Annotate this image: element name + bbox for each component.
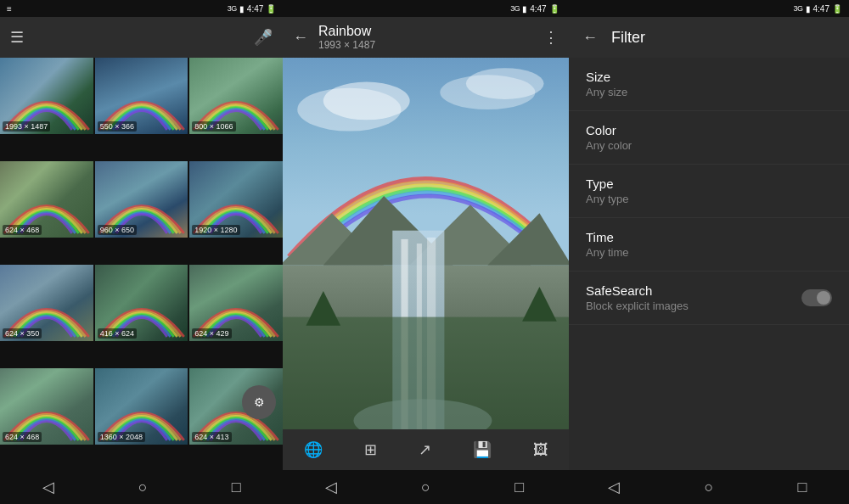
- nav-bar-mid: ◁ ○ □: [283, 470, 565, 504]
- back-nav-mid[interactable]: ◁: [318, 474, 344, 500]
- search-header: ☰ rainbow 🎤: [0, 17, 283, 58]
- recent-nav-left[interactable]: □: [225, 475, 248, 500]
- signal-mid: 3G: [510, 4, 520, 13]
- filter-value-safesearch: Block explicit images: [586, 300, 689, 312]
- svg-point-4: [466, 68, 544, 99]
- status-bar-left: ≡ 3G ▮ 4:47 🔋: [0, 0, 283, 17]
- save-icon[interactable]: 💾: [473, 440, 492, 459]
- filter-item-safesearch[interactable]: SafeSearch Block explicit images: [569, 272, 849, 325]
- home-nav-right[interactable]: ○: [697, 475, 720, 500]
- grid-item-6[interactable]: 1920 × 1280: [189, 161, 283, 238]
- notification-icon: ≡: [7, 4, 12, 14]
- detail-title: Rainbow: [318, 24, 533, 39]
- time-left: 4:47: [247, 4, 263, 14]
- filter-list: Size Any sizeColor Any colorType Any typ…: [569, 58, 849, 470]
- filter-item-type[interactable]: Type Any type: [569, 165, 849, 218]
- filter-value-type: Any type: [586, 193, 832, 205]
- grid-item-5[interactable]: 960 × 650: [95, 161, 188, 238]
- search-panel: ☰ rainbow 🎤 1993 × 1487550 × 366800 × 10…: [0, 17, 283, 470]
- filter-value-size: Any size: [586, 86, 832, 98]
- back-nav-right[interactable]: ◁: [601, 474, 627, 500]
- recent-nav-mid[interactable]: □: [508, 475, 531, 500]
- safesearch-toggle[interactable]: [801, 289, 832, 306]
- home-nav-mid[interactable]: ○: [414, 475, 437, 500]
- nav-bar-left: ◁ ○ □: [0, 470, 283, 504]
- signal-right: 3G: [794, 4, 803, 13]
- back-button-detail[interactable]: ←: [293, 29, 308, 47]
- grid-item-3[interactable]: 800 × 1066: [189, 58, 283, 134]
- svg-point-2: [323, 82, 410, 120]
- mic-icon[interactable]: 🎤: [254, 28, 273, 47]
- filter-label-safesearch: SafeSearch: [586, 283, 689, 298]
- image-dim-label-5: 960 × 650: [98, 225, 137, 235]
- grid-item-2[interactable]: 550 × 366: [95, 58, 188, 134]
- filter-item-size[interactable]: Size Any size: [569, 58, 849, 111]
- filter-fab-icon: ⚙: [254, 395, 265, 409]
- image-dim-label-9: 624 × 429: [192, 328, 231, 339]
- detail-header: ← Rainbow 1993 × 1487 ⋮: [283, 17, 569, 58]
- detail-image-container: [283, 58, 569, 429]
- image-dim-label-3: 800 × 1066: [192, 121, 235, 132]
- image-dim-label-8: 416 × 624: [98, 328, 137, 339]
- battery-icon-mid: ▮: [522, 4, 527, 14]
- nav-bars: ◁ ○ □ ◁ ○ □ ◁ ○ □: [0, 470, 849, 504]
- battery-icon-left: ▮: [239, 4, 245, 14]
- image-dim-label-12: 624 × 413: [192, 432, 231, 442]
- filter-fab-button[interactable]: ⚙: [242, 385, 276, 419]
- filter-label-time: Time: [586, 230, 832, 244]
- nav-bar-right: ◁ ○ □: [566, 470, 849, 504]
- grid-item-9[interactable]: 624 × 429: [189, 265, 283, 341]
- detail-image-svg: [283, 58, 569, 429]
- image-view-icon[interactable]: ⊞: [364, 440, 377, 459]
- filter-title: Filter: [611, 29, 645, 47]
- detail-image: [283, 58, 569, 429]
- battery-status-mid: 🔋: [549, 4, 559, 14]
- filter-label-color: Color: [586, 123, 832, 137]
- battery-status-right: 🔋: [832, 4, 842, 14]
- battery-icon-right: ▮: [806, 4, 811, 14]
- grid-item-10[interactable]: 624 × 468: [0, 368, 93, 445]
- filter-label-type: Type: [586, 176, 832, 191]
- recent-nav-right[interactable]: □: [791, 475, 814, 500]
- signal-left: 3G: [228, 4, 237, 13]
- detail-toolbar: 🌐 ⊞ ↗ 💾 🖼: [283, 429, 569, 470]
- image-dim-label-11: 1360 × 2048: [98, 432, 145, 442]
- back-nav-left[interactable]: ◁: [36, 474, 61, 500]
- filter-value-time: Any time: [586, 246, 832, 259]
- image-dim-label-2: 550 × 366: [98, 121, 137, 132]
- image-dim-label-10: 624 × 468: [3, 432, 42, 442]
- filter-item-color[interactable]: Color Any color: [569, 111, 849, 165]
- svg-rect-15: [283, 317, 569, 429]
- detail-panel: ← Rainbow 1993 × 1487 ⋮: [283, 17, 569, 470]
- gallery-icon[interactable]: 🖼: [533, 441, 548, 459]
- image-grid: 1993 × 1487550 × 366800 × 1066624 × 4689…: [0, 58, 283, 470]
- home-nav-left[interactable]: ○: [132, 475, 155, 500]
- menu-icon[interactable]: ☰: [10, 28, 24, 47]
- search-input[interactable]: rainbow: [34, 30, 244, 45]
- grid-item-1[interactable]: 1993 × 1487: [0, 58, 93, 134]
- filter-value-color: Any color: [586, 139, 832, 152]
- globe-icon[interactable]: 🌐: [304, 440, 323, 459]
- grid-item-7[interactable]: 624 × 350: [0, 265, 93, 341]
- more-options-button[interactable]: ⋮: [543, 28, 559, 47]
- filter-panel: ← Filter Size Any sizeColor Any colorTyp…: [569, 17, 849, 470]
- image-dim-label-6: 1920 × 1280: [192, 225, 239, 235]
- time-right: 4:47: [813, 4, 829, 14]
- image-dim-label-1: 1993 × 1487: [3, 121, 50, 132]
- filter-header: ← Filter: [569, 17, 849, 58]
- time-mid: 4:47: [530, 4, 546, 14]
- image-dim-label-7: 624 × 350: [3, 328, 42, 339]
- status-bar-mid: 3G ▮ 4:47 🔋: [283, 0, 565, 17]
- detail-dimensions: 1993 × 1487: [318, 39, 533, 51]
- back-button-filter[interactable]: ←: [582, 29, 598, 47]
- status-bar-right: 3G ▮ 4:47 🔋: [566, 0, 849, 17]
- toggle-knob: [817, 291, 830, 305]
- battery-status-left: 🔋: [266, 4, 276, 14]
- grid-item-11[interactable]: 1360 × 2048: [95, 368, 188, 445]
- filter-item-time[interactable]: Time Any time: [569, 218, 849, 272]
- grid-item-4[interactable]: 624 × 468: [0, 161, 93, 238]
- filter-label-size: Size: [586, 70, 832, 84]
- image-dim-label-4: 624 × 468: [3, 225, 42, 235]
- share-icon[interactable]: ↗: [419, 440, 431, 459]
- grid-item-8[interactable]: 416 × 624: [95, 265, 188, 341]
